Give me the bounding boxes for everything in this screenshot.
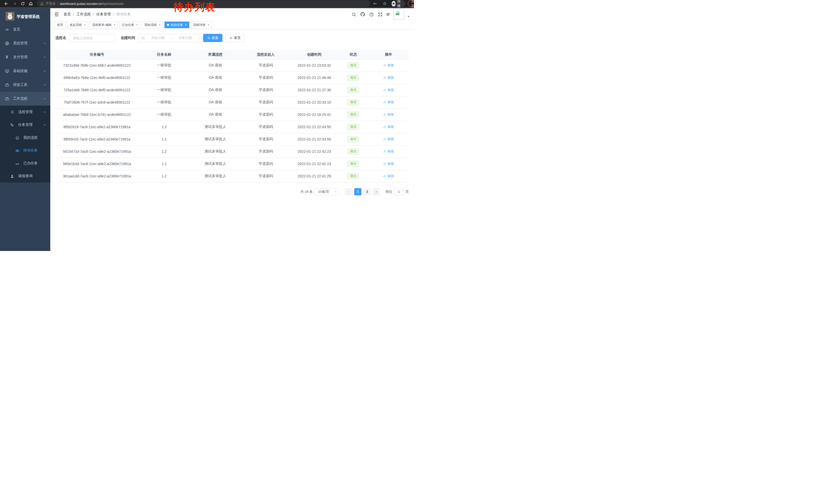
chevron-down-icon xyxy=(43,56,46,59)
start-date-placeholder: 开始日期 xyxy=(147,36,170,40)
sidebar-item-leave-query[interactable]: 请假查询 xyxy=(0,170,50,183)
approve-link[interactable]: 审批 xyxy=(383,162,394,166)
sidebar-item-workflow[interactable]: 工作流程 xyxy=(0,92,50,106)
search-icon[interactable] xyxy=(351,12,356,17)
sidebar-item-done-tasks[interactable]: 已办任务 xyxy=(0,157,50,170)
col-actions: 操作 xyxy=(368,50,409,59)
app-title: 芋道管理系统 xyxy=(17,14,40,19)
col-created: 创建时间 xyxy=(290,50,338,59)
sidebar-item-system[interactable]: 系统管理 xyxy=(0,36,50,50)
table-row: 58154733-7ac8-11ec-a9e2-a2380e71991a1.2测… xyxy=(55,145,409,158)
sidebar-item-task-mgmt[interactable]: 任务管理 xyxy=(0,119,50,131)
goto-label: 前往 xyxy=(385,189,392,194)
approve-link[interactable]: 审批 xyxy=(383,125,394,129)
eye-icon xyxy=(15,148,20,153)
search-form: 流程名 创建时间 开始日期 - 结束日期 搜索 xyxy=(55,34,409,42)
status-badge: 激活 xyxy=(347,148,359,154)
sidebar-item-devtools[interactable]: 研发工具 xyxy=(0,78,50,92)
search-button[interactable]: 搜索 xyxy=(203,34,222,42)
breadcrumb-workflow[interactable]: 工作流程 xyxy=(76,12,91,17)
help-icon[interactable] xyxy=(369,12,374,17)
eye-closed-icon xyxy=(15,161,20,166)
approve-link[interactable]: 审批 xyxy=(383,149,394,154)
url-bar[interactable]: 不安全 dashboard.yudao.iocoder.cn/bpm/task/… xyxy=(37,0,370,7)
process-name-label: 流程名 xyxy=(55,36,66,40)
chevron-down-icon[interactable] xyxy=(407,14,410,19)
key-icon[interactable] xyxy=(371,0,379,7)
reset-button[interactable]: 重置 xyxy=(225,34,245,42)
chevron-down-icon xyxy=(43,83,46,86)
sidebar-item-home[interactable]: 首页 xyxy=(0,22,50,36)
dashboard-icon xyxy=(4,28,9,32)
sidebar-item-process-mgmt[interactable]: 流程管理 xyxy=(0,106,50,119)
approve-link[interactable]: 审批 xyxy=(383,174,394,178)
browser-toolbar: 不安全 dashboard.yudao.iocoder.cn/bpm/task/… xyxy=(0,0,414,8)
next-page-button[interactable]: › xyxy=(373,188,380,195)
user-icon xyxy=(9,174,15,178)
close-icon[interactable]: × xyxy=(84,23,86,27)
toolbox-icon xyxy=(4,97,9,101)
collapse-sidebar-icon[interactable] xyxy=(53,10,60,18)
status-badge: 激活 xyxy=(347,161,359,167)
avatar[interactable] xyxy=(394,9,404,20)
close-icon[interactable]: × xyxy=(208,23,209,27)
breadcrumb-home[interactable]: 首页 xyxy=(64,12,71,17)
sidebar-item-todo-tasks[interactable]: 待办任务 xyxy=(0,144,50,157)
approve-link[interactable]: 审批 xyxy=(383,100,394,104)
reload-icon[interactable] xyxy=(19,0,26,7)
screen: 不安全 dashboard.yudao.iocoder.cn/bpm/task/… xyxy=(0,0,414,252)
font-size-icon[interactable]: tT xyxy=(386,12,389,17)
app-logo-row[interactable]: 芋道管理系统 xyxy=(0,8,50,22)
approve-link[interactable]: 审批 xyxy=(383,88,394,92)
table-row: 8f0d1619-7ac8-11ec-a9e2-a2380e71991a1.2测… xyxy=(55,121,409,133)
col-starter: 流程发起人 xyxy=(241,50,290,59)
approve-link[interactable]: 审批 xyxy=(383,137,394,141)
breadcrumb: 首页 / 工作流程 / 任务管理 / 待办任务 xyxy=(64,12,131,17)
incognito-icon xyxy=(392,1,396,6)
list-icon xyxy=(9,110,15,114)
page-url: dashboard.yudao.iocoder.cn/bpm/task/todo xyxy=(60,2,124,6)
approve-link[interactable]: 审批 xyxy=(383,75,394,80)
page-size-select[interactable]: 10条/页 xyxy=(315,188,339,195)
security-label: 不安全 xyxy=(46,2,56,6)
home-icon[interactable] xyxy=(27,0,34,7)
approve-link[interactable]: 审批 xyxy=(383,112,394,117)
chevron-down-icon xyxy=(43,70,46,73)
tag-form-edit[interactable]: 流程表单-编辑× xyxy=(89,21,118,28)
tag-my-process[interactable]: 我的流程× xyxy=(142,21,163,28)
update-button[interactable]: 更新 ⋮ xyxy=(408,0,414,7)
status-badge: 激活 xyxy=(347,136,359,142)
sidebar-item-my-process[interactable]: 我的流程 xyxy=(0,131,50,144)
pagination: 共 16 条 10条/页 ‹ 1 2 › 前往 xyxy=(55,188,409,195)
status-badge: 激活 xyxy=(347,111,359,118)
close-icon[interactable]: × xyxy=(185,23,187,27)
breadcrumb-task-mgmt[interactable]: 任务管理 xyxy=(96,12,111,17)
tag-start-process[interactable]: 发起流程× xyxy=(67,21,88,28)
back-icon[interactable] xyxy=(3,0,10,7)
chevron-down-icon xyxy=(334,190,337,193)
tag-process-detail[interactable]: 流程详情× xyxy=(191,21,212,28)
star-icon[interactable] xyxy=(381,0,388,7)
close-icon[interactable]: × xyxy=(114,23,115,27)
goto-page-input[interactable] xyxy=(394,188,404,195)
process-name-input[interactable] xyxy=(70,34,116,42)
prev-page-button[interactable]: ‹ xyxy=(345,188,352,195)
tag-todo-tasks[interactable]: 待办任务× xyxy=(164,21,189,28)
close-icon[interactable]: × xyxy=(159,23,161,27)
date-range-picker[interactable]: 开始日期 - 结束日期 xyxy=(138,34,200,42)
sidebar-item-infra[interactable]: 基础设施 xyxy=(0,64,50,78)
yen-icon: ¥ xyxy=(4,55,9,60)
tag-home[interactable]: 首页 xyxy=(54,21,66,28)
col-task-name: 任务名称 xyxy=(138,50,190,59)
approve-link[interactable]: 审批 xyxy=(383,63,394,68)
page-button-1[interactable]: 1 xyxy=(354,188,362,195)
github-icon[interactable] xyxy=(360,12,365,17)
table-row: a6aba0a4-7b6d-11ec-b781-acde48001122一级审批… xyxy=(55,108,409,121)
sidebar-item-payment[interactable]: ¥ 支付管理 xyxy=(0,50,50,64)
forward-icon xyxy=(11,0,18,7)
status-badge: 激活 xyxy=(347,75,359,81)
fullscreen-icon[interactable] xyxy=(378,12,383,17)
close-icon[interactable]: × xyxy=(136,23,138,27)
page-button-2[interactable]: 2 xyxy=(364,188,371,195)
tag-done-tasks[interactable]: 已办任务× xyxy=(119,21,140,28)
